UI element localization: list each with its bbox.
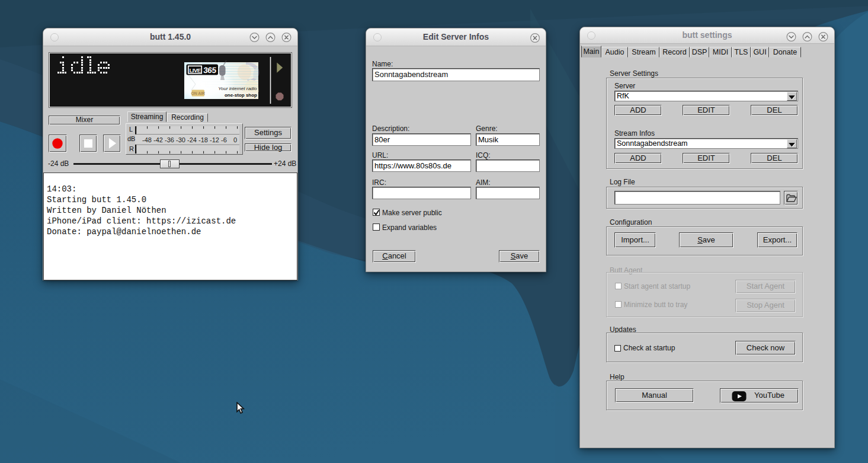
svg-text:Your internet radio: Your internet radio: [218, 86, 257, 91]
svg-text:-48: -48: [142, 136, 152, 143]
svg-text:-12: -12: [210, 136, 219, 143]
svg-text:one-stop shop: one-stop shop: [225, 92, 257, 98]
svg-text:-6: -6: [221, 136, 227, 143]
svg-text:-18: -18: [198, 136, 208, 143]
svg-text:-36: -36: [165, 136, 174, 143]
svg-text:365: 365: [203, 66, 217, 75]
svg-text:-42: -42: [153, 136, 163, 143]
svg-text:LIVE: LIVE: [189, 67, 200, 74]
svg-text:ON AIR: ON AIR: [191, 91, 205, 95]
svg-text:-24: -24: [187, 136, 197, 143]
svg-text:0: 0: [233, 136, 237, 143]
svg-text:-30: -30: [176, 136, 185, 143]
